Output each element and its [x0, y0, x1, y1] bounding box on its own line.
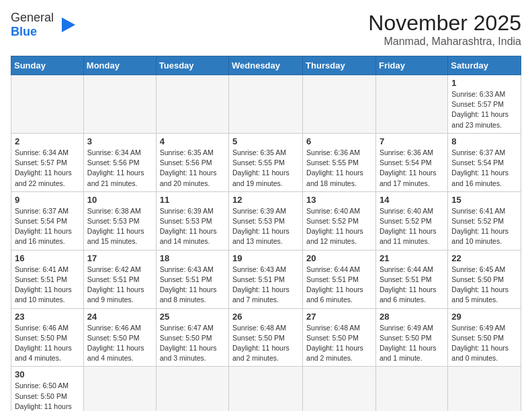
cell-content: Sunrise: 6:44 AMSunset: 5:51 PMDaylight:…: [380, 265, 444, 306]
day-number: 4: [160, 136, 225, 146]
day-number: 17: [87, 253, 152, 263]
calendar-cell: [229, 75, 303, 134]
calendar-cell: 19Sunrise: 6:43 AMSunset: 5:51 PMDayligh…: [229, 250, 303, 308]
weekday-header-saturday: Saturday: [448, 56, 521, 75]
day-number: 1: [451, 78, 517, 88]
calendar-cell: [375, 367, 447, 411]
header: General Blue November 2025 Manmad, Mahar…: [11, 11, 521, 48]
weekday-header-thursday: Thursday: [303, 56, 376, 75]
cell-content: Sunrise: 6:33 AMSunset: 5:57 PMDaylight:…: [451, 89, 517, 130]
calendar-cell: 24Sunrise: 6:46 AMSunset: 5:50 PMDayligh…: [83, 308, 156, 367]
cell-content: Sunrise: 6:34 AMSunset: 5:56 PMDaylight:…: [87, 148, 152, 189]
day-number: 3: [87, 136, 152, 146]
calendar-cell: 8Sunrise: 6:37 AMSunset: 5:54 PMDaylight…: [448, 133, 521, 191]
cell-content: Sunrise: 6:43 AMSunset: 5:51 PMDaylight:…: [160, 265, 225, 306]
cell-content: Sunrise: 6:35 AMSunset: 5:56 PMDaylight:…: [160, 148, 225, 189]
calendar-cell: [156, 75, 228, 134]
cell-content: Sunrise: 6:35 AMSunset: 5:55 PMDaylight:…: [232, 148, 299, 189]
cell-content: Sunrise: 6:36 AMSunset: 5:54 PMDaylight:…: [380, 148, 444, 189]
calendar-row-4: 23Sunrise: 6:46 AMSunset: 5:50 PMDayligh…: [11, 308, 521, 367]
day-number: 24: [87, 312, 152, 322]
cell-content: Sunrise: 6:41 AMSunset: 5:52 PMDaylight:…: [451, 206, 517, 247]
calendar-row-3: 16Sunrise: 6:41 AMSunset: 5:51 PMDayligh…: [11, 250, 521, 308]
day-number: 5: [232, 136, 299, 146]
calendar-cell: [229, 367, 303, 411]
logo: General Blue: [11, 11, 77, 39]
cell-content: Sunrise: 6:40 AMSunset: 5:52 PMDaylight:…: [380, 206, 444, 247]
calendar-cell: 6Sunrise: 6:36 AMSunset: 5:55 PMDaylight…: [303, 133, 376, 191]
cell-content: Sunrise: 6:43 AMSunset: 5:51 PMDaylight:…: [232, 265, 299, 306]
calendar-cell: 13Sunrise: 6:40 AMSunset: 5:52 PMDayligh…: [303, 191, 376, 250]
day-number: 2: [15, 136, 80, 146]
cell-content: Sunrise: 6:41 AMSunset: 5:51 PMDaylight:…: [15, 265, 80, 306]
day-number: 11: [160, 195, 225, 205]
cell-content: Sunrise: 6:40 AMSunset: 5:52 PMDaylight:…: [306, 206, 372, 247]
cell-content: Sunrise: 6:39 AMSunset: 5:53 PMDaylight:…: [160, 206, 225, 247]
calendar-cell: 5Sunrise: 6:35 AMSunset: 5:55 PMDaylight…: [229, 133, 303, 191]
calendar-cell: 4Sunrise: 6:35 AMSunset: 5:56 PMDaylight…: [156, 133, 228, 191]
cell-content: Sunrise: 6:49 AMSunset: 5:50 PMDaylight:…: [380, 323, 444, 364]
calendar-cell: 22Sunrise: 6:45 AMSunset: 5:50 PMDayligh…: [448, 250, 521, 308]
cell-content: Sunrise: 6:48 AMSunset: 5:50 PMDaylight:…: [306, 323, 372, 364]
day-number: 19: [232, 253, 299, 263]
calendar-cell: 14Sunrise: 6:40 AMSunset: 5:52 PMDayligh…: [375, 191, 447, 250]
cell-content: Sunrise: 6:39 AMSunset: 5:53 PMDaylight:…: [232, 206, 299, 247]
svg-marker-0: [62, 17, 75, 32]
weekday-header-friday: Friday: [375, 56, 447, 75]
calendar-cell: 26Sunrise: 6:48 AMSunset: 5:50 PMDayligh…: [229, 308, 303, 367]
cell-content: Sunrise: 6:37 AMSunset: 5:54 PMDaylight:…: [451, 148, 517, 189]
calendar-cell: 3Sunrise: 6:34 AMSunset: 5:56 PMDaylight…: [83, 133, 156, 191]
cell-content: Sunrise: 6:38 AMSunset: 5:53 PMDaylight:…: [87, 206, 152, 247]
month-title: November 2025: [368, 11, 521, 36]
weekday-header-sunday: Sunday: [11, 56, 84, 75]
day-number: 14: [380, 195, 444, 205]
calendar-cell: [11, 75, 84, 134]
day-number: 22: [451, 253, 517, 263]
day-number: 6: [306, 136, 372, 146]
cell-content: Sunrise: 6:34 AMSunset: 5:57 PMDaylight:…: [15, 148, 80, 189]
cell-content: Sunrise: 6:47 AMSunset: 5:50 PMDaylight:…: [160, 323, 225, 364]
day-number: 23: [15, 312, 80, 322]
day-number: 27: [306, 312, 372, 322]
calendar-cell: [303, 367, 376, 411]
calendar-cell: 10Sunrise: 6:38 AMSunset: 5:53 PMDayligh…: [83, 191, 156, 250]
calendar-cell: 16Sunrise: 6:41 AMSunset: 5:51 PMDayligh…: [11, 250, 84, 308]
cell-content: Sunrise: 6:46 AMSunset: 5:50 PMDaylight:…: [15, 323, 80, 364]
calendar-cell: 17Sunrise: 6:42 AMSunset: 5:51 PMDayligh…: [83, 250, 156, 308]
day-number: 30: [15, 369, 80, 379]
logo-blue: Blue: [11, 25, 37, 38]
weekday-header-wednesday: Wednesday: [229, 56, 303, 75]
calendar-cell: [83, 367, 156, 411]
day-number: 29: [451, 312, 517, 322]
cell-content: Sunrise: 6:42 AMSunset: 5:51 PMDaylight:…: [87, 265, 152, 306]
calendar-cell: 18Sunrise: 6:43 AMSunset: 5:51 PMDayligh…: [156, 250, 228, 308]
calendar-cell: 29Sunrise: 6:49 AMSunset: 5:50 PMDayligh…: [448, 308, 521, 367]
calendar-cell: 15Sunrise: 6:41 AMSunset: 5:52 PMDayligh…: [448, 191, 521, 250]
day-number: 15: [451, 195, 517, 205]
calendar-cell: 23Sunrise: 6:46 AMSunset: 5:50 PMDayligh…: [11, 308, 84, 367]
cell-content: Sunrise: 6:49 AMSunset: 5:50 PMDaylight:…: [451, 323, 517, 364]
calendar-cell: 20Sunrise: 6:44 AMSunset: 5:51 PMDayligh…: [303, 250, 376, 308]
day-number: 21: [380, 253, 444, 263]
day-number: 10: [87, 195, 152, 205]
cell-content: Sunrise: 6:48 AMSunset: 5:50 PMDaylight:…: [232, 323, 299, 364]
logo-triangle-icon: [56, 15, 77, 35]
calendar-cell: 25Sunrise: 6:47 AMSunset: 5:50 PMDayligh…: [156, 308, 228, 367]
weekday-header-row: SundayMondayTuesdayWednesdayThursdayFrid…: [11, 56, 521, 75]
day-number: 7: [380, 136, 444, 146]
cell-content: Sunrise: 6:50 AMSunset: 5:50 PMDaylight:…: [15, 381, 80, 411]
title-block: November 2025 Manmad, Maharashtra, India: [368, 11, 521, 48]
calendar-cell: 28Sunrise: 6:49 AMSunset: 5:50 PMDayligh…: [375, 308, 447, 367]
weekday-header-tuesday: Tuesday: [156, 56, 228, 75]
cell-content: Sunrise: 6:46 AMSunset: 5:50 PMDaylight:…: [87, 323, 152, 364]
day-number: 25: [160, 312, 225, 322]
day-number: 16: [15, 253, 80, 263]
weekday-header-monday: Monday: [83, 56, 156, 75]
day-number: 13: [306, 195, 372, 205]
calendar-cell: 9Sunrise: 6:37 AMSunset: 5:54 PMDaylight…: [11, 191, 84, 250]
cell-content: Sunrise: 6:36 AMSunset: 5:55 PMDaylight:…: [306, 148, 372, 189]
day-number: 26: [232, 312, 299, 322]
calendar-cell: 1Sunrise: 6:33 AMSunset: 5:57 PMDaylight…: [448, 75, 521, 134]
day-number: 20: [306, 253, 372, 263]
logo-container: General Blue: [11, 11, 77, 39]
